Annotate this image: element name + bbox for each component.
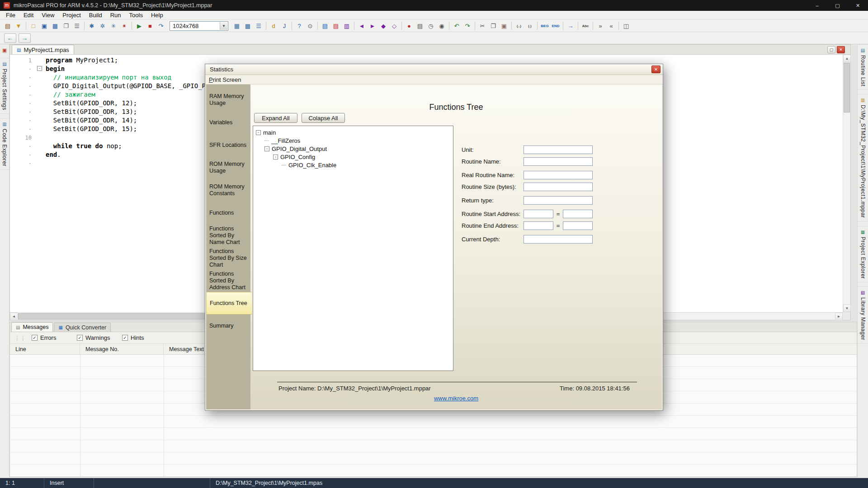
tree-collapse-icon[interactable]: -	[273, 155, 278, 160]
tab-messages[interactable]: ▤Messages	[11, 322, 53, 332]
tree-node-main[interactable]: -main	[253, 128, 453, 136]
uncomment-selection-icon[interactable]: (.)	[524, 21, 535, 31]
current-depth-field[interactable]	[524, 235, 593, 244]
stats-tab-rom-memory-usage[interactable]: ROM Memory Usage	[206, 156, 250, 179]
mikroe-website-link[interactable]: www.mikroe.com	[434, 395, 478, 402]
stats-tab-sfr-locations[interactable]: SFR Locations	[206, 134, 250, 156]
scroll-left-icon[interactable]: ◄	[10, 313, 18, 320]
jump-back-icon[interactable]: ◄	[356, 21, 367, 31]
build-program-icon[interactable]: ✴	[119, 21, 130, 31]
tree-collapse-icon[interactable]: -	[264, 146, 269, 151]
real-routine-name-field[interactable]	[524, 171, 593, 179]
tree-node-gpio-clk-enable[interactable]: GPIO_Clk_Enable	[253, 161, 453, 169]
errors-checkbox[interactable]: ✓	[32, 335, 38, 341]
stats-tab-rom-memory-constants[interactable]: ROM Memory Constants	[206, 179, 250, 202]
scroll-right-icon[interactable]: ►	[835, 313, 843, 320]
routine-start-address-field-b[interactable]	[563, 210, 593, 218]
export-pdf-icon[interactable]: ▤	[330, 21, 341, 31]
tab-quick-converter[interactable]: ▦Quick Converter	[54, 323, 111, 332]
menu-item-project[interactable]: Project	[58, 11, 85, 19]
fold-collapse-icon[interactable]: -	[37, 66, 42, 71]
save-file-icon[interactable]: ▣	[39, 21, 50, 31]
combo-dropdown-icon[interactable]: ▼	[220, 22, 227, 30]
edit-project-icon[interactable]: ▦	[231, 21, 242, 31]
toggle-bookmark-icon[interactable]: ◆	[378, 21, 389, 31]
stop-debugger-icon[interactable]: ■	[145, 21, 156, 31]
help-icon[interactable]: ?	[294, 21, 305, 31]
routine-size-bytes-field[interactable]	[524, 183, 593, 191]
routine-name-field[interactable]	[524, 157, 593, 166]
menu-item-tools[interactable]: Tools	[125, 11, 147, 19]
routine-start-address-field-a[interactable]	[524, 210, 553, 218]
outdent-icon[interactable]: «	[606, 21, 617, 31]
preview-icon[interactable]: ◉	[436, 21, 447, 31]
menu-item-edit[interactable]: Edit	[19, 11, 38, 19]
expand-all-button[interactable]: Expand All	[254, 113, 297, 123]
navigate-forward-button[interactable]: →	[19, 33, 31, 43]
scroll-up-icon[interactable]: ▲	[843, 55, 851, 62]
goto-line-icon[interactable]: →	[565, 21, 576, 31]
export-html-icon[interactable]: ▤	[320, 21, 330, 31]
open-file-icon[interactable]: □	[28, 21, 39, 31]
minimize-button[interactable]: –	[807, 0, 827, 11]
editor-vertical-scrollbar[interactable]: ▲ ▼	[843, 55, 850, 312]
goto-bookmark-icon[interactable]: ◇	[389, 21, 400, 31]
copy-icon[interactable]: ❐	[488, 21, 499, 31]
insert-comment-icon[interactable]: J	[279, 21, 290, 31]
indent-icon[interactable]: »	[595, 21, 606, 31]
redo-icon[interactable]: ↷	[462, 21, 473, 31]
new-window-icon[interactable]: ◫	[621, 21, 632, 31]
scroll-down-icon[interactable]: ▼	[843, 305, 851, 312]
build-icon[interactable]: ✱	[86, 21, 97, 31]
statistics-dialog-titlebar[interactable]: Statistics ✕	[205, 64, 663, 75]
print-screen-menu-item[interactable]: Print Screen	[209, 76, 241, 83]
editor-restore-button[interactable]: ▢	[827, 46, 835, 53]
step-over-icon[interactable]: ↷	[156, 21, 166, 31]
routine-end-address-field-b[interactable]	[563, 221, 593, 230]
routine-end-address-field-a[interactable]	[524, 221, 553, 230]
functions-tree-view[interactable]: -main__FillZeros-GPIO_Digital_Output-GPI…	[253, 126, 453, 371]
undo-icon[interactable]: ↶	[451, 21, 462, 31]
stats-tab-functions-tree[interactable]: Functions Tree	[206, 292, 252, 314]
watch-window-icon[interactable]: ◷	[425, 21, 436, 31]
options-icon[interactable]: ☰	[253, 21, 264, 31]
maximize-button[interactable]: ▢	[827, 0, 848, 11]
editor-tab-myproject1[interactable]: ▤ MyProject1.mpas	[12, 45, 74, 54]
macro-list-icon[interactable]: ▤	[415, 21, 425, 31]
cut-icon[interactable]: ✂	[477, 21, 488, 31]
editor-close-button[interactable]: ✕	[837, 46, 845, 53]
project-manager-icon[interactable]: ▣	[1, 47, 8, 54]
comment-selection-icon[interactable]: (..)	[514, 21, 524, 31]
rebuild-icon[interactable]: ✲	[97, 21, 108, 31]
spellcheck-icon[interactable]: Abc	[580, 21, 591, 31]
stats-tab-functions[interactable]: Functions	[206, 202, 250, 224]
stats-tab-summary[interactable]: Summary	[206, 314, 250, 337]
menu-item-run[interactable]: Run	[106, 11, 125, 19]
hints-checkbox[interactable]: ✓	[122, 335, 128, 341]
dock-tab-routine-list[interactable]: ▤Routine List	[858, 44, 868, 90]
unit-field[interactable]	[524, 145, 593, 154]
tree-node-gpio-config[interactable]: -GPIO_Config	[253, 153, 453, 161]
active-comment-icon[interactable]: d	[268, 21, 279, 31]
return-type-field[interactable]	[524, 196, 593, 205]
save-all-icon[interactable]: ▦	[50, 21, 61, 31]
new-project-icon[interactable]: ▤	[2, 21, 13, 31]
copy-file-icon[interactable]: ❐	[61, 21, 71, 31]
menu-item-view[interactable]: View	[38, 11, 58, 19]
jump-forward-icon[interactable]: ►	[367, 21, 378, 31]
stats-tab-functions-sorted-by-name-chart[interactable]: Functions Sorted By Name Chart	[206, 224, 250, 247]
stats-tab-functions-sorted-by-address-chart[interactable]: Functions Sorted By Address Chart	[206, 269, 250, 292]
end-badge-icon[interactable]: END	[550, 21, 561, 31]
dock-tab-library-manager[interactable]: ▧Library Manager	[858, 286, 868, 344]
vertical-scroll-thumb[interactable]	[844, 63, 850, 113]
dock-tab-d-my-stm32-project-1-myproject1-mppar[interactable]: ▥D:\My_STM32_Project\1\MyProject1.mppar	[858, 94, 868, 221]
navigate-back-button[interactable]: ←	[4, 33, 16, 43]
column-header-message-no[interactable]: Message No.	[80, 344, 164, 354]
menu-item-build[interactable]: Build	[85, 11, 106, 19]
warnings-checkbox[interactable]: ✓	[77, 335, 83, 341]
tree-collapse-icon[interactable]: -	[256, 130, 261, 135]
tree-node-gpio-digital-output[interactable]: -GPIO_Digital_Output	[253, 145, 453, 153]
collapse-all-button[interactable]: Colapse All	[302, 113, 345, 123]
stats-tab-variables[interactable]: Variables	[206, 111, 250, 134]
menu-item-file[interactable]: File	[2, 11, 19, 19]
